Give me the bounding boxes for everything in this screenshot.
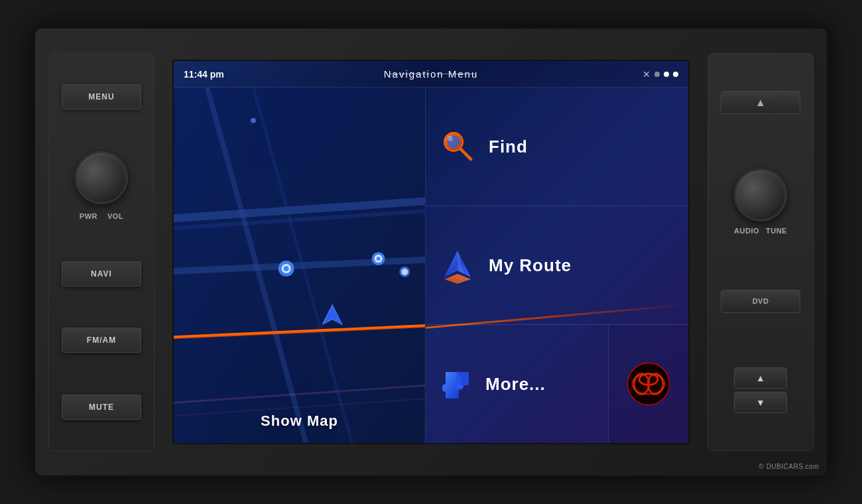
navigation-screen: 11:44 pm Navigation Menu ✕ xyxy=(172,60,690,444)
dvd-label: DVD xyxy=(753,297,769,305)
svg-line-25 xyxy=(460,149,471,159)
volume-knob[interactable] xyxy=(75,151,128,204)
dot-1 xyxy=(654,72,660,77)
audio-tune-section: AUDIO TUNE xyxy=(734,168,787,235)
svg-point-30 xyxy=(458,385,463,390)
more-label: More... xyxy=(485,374,546,395)
gps-icon: ✕ xyxy=(643,69,650,80)
clock: 11:44 pm xyxy=(184,69,224,80)
screen-content: Show Map xyxy=(174,88,688,443)
right-panel: ▲ AUDIO TUNE DVD ▲ ▼ xyxy=(708,53,814,451)
left-panel: MENU PWR VOL NAVI FM/AM MUTE xyxy=(48,53,154,451)
screen-header: 11:44 pm Navigation Menu ✕ xyxy=(174,61,688,88)
dvd-button[interactable]: DVD xyxy=(721,290,800,313)
more-button[interactable]: More... xyxy=(426,325,609,443)
menu-row-myroute: My Route xyxy=(426,206,688,325)
header-icons: ✕ xyxy=(643,69,678,80)
fm-am-button[interactable]: FM/AM xyxy=(62,328,141,353)
menu-row-bottom: More... xyxy=(426,325,688,443)
svg-point-13 xyxy=(377,257,381,261)
audio-tune-knob[interactable] xyxy=(734,168,787,221)
find-label: Find xyxy=(489,137,528,157)
svg-point-18 xyxy=(251,118,256,123)
mute-button[interactable]: MUTE xyxy=(62,395,141,420)
nav-arrows: ▲ ▼ xyxy=(734,367,787,413)
svg-point-26 xyxy=(448,136,453,141)
vol-label: VOL xyxy=(107,212,123,220)
my-route-button[interactable]: My Route xyxy=(426,206,688,324)
dot-3 xyxy=(673,72,678,77)
menu-button[interactable]: MENU xyxy=(62,84,141,109)
arrow-down-button[interactable]: ▼ xyxy=(734,392,787,413)
head-unit: MENU PWR VOL NAVI FM/AM MUTE 11:44 pm Na… xyxy=(33,27,829,477)
eject-icon: ▲ xyxy=(755,97,766,109)
arrow-up-icon: ▲ xyxy=(756,373,765,383)
svg-marker-28 xyxy=(444,274,471,284)
pwr-label: PWR xyxy=(80,212,97,220)
menu-row-find: Find xyxy=(426,88,688,206)
audio-label: AUDIO xyxy=(734,227,759,235)
my-route-label: My Route xyxy=(489,255,572,276)
screen-title: Navigation Menu xyxy=(384,68,479,80)
show-map-label: Show Map xyxy=(261,412,338,430)
find-icon xyxy=(439,129,475,165)
map-svg xyxy=(174,88,425,443)
toyota-logo-icon xyxy=(625,361,672,407)
toyota-logo-button[interactable] xyxy=(609,325,688,443)
svg-point-10 xyxy=(284,266,289,271)
route-icon xyxy=(439,247,475,284)
navi-button[interactable]: NAVI xyxy=(62,261,141,286)
dot-2 xyxy=(664,72,669,77)
volume-section: PWR VOL xyxy=(75,151,128,220)
watermark: © DUBICARS.com xyxy=(759,463,820,470)
menu-area: Find xyxy=(426,88,688,443)
arrow-down-icon: ▼ xyxy=(756,397,765,408)
find-button[interactable]: Find xyxy=(426,88,688,206)
eject-button[interactable]: ▲ xyxy=(721,91,800,114)
svg-point-17 xyxy=(401,269,408,275)
map-area[interactable]: Show Map xyxy=(174,88,426,443)
arrow-up-button[interactable]: ▲ xyxy=(734,367,787,389)
more-icon xyxy=(439,367,472,401)
title-container: Navigation Menu xyxy=(390,74,476,74)
tune-label: TUNE xyxy=(766,227,787,235)
